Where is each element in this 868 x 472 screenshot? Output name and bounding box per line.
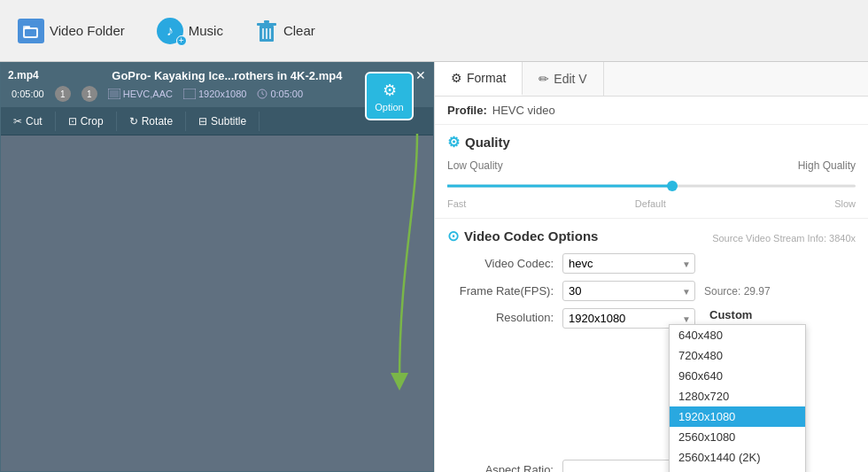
video-codec-label: Video Codec: — [447, 257, 562, 270]
clear-label: Clear — [283, 23, 315, 38]
codec-info: HEVC,AAC — [108, 89, 173, 99]
tab-format[interactable]: ⚙ Format — [435, 62, 523, 96]
music-label: Music — [189, 23, 223, 38]
svg-rect-5 — [264, 20, 269, 23]
right-panel: ⚙ Format ✏ Edit V Profile: HEVC video ⚙ … — [434, 62, 868, 472]
badge-1: 1 — [55, 86, 71, 102]
resolution-select-container: 1920x1080 ▼ 640x480 720x480 960x640 1280… — [562, 308, 695, 329]
aspect-ratio-label: Aspect Ratio: — [447, 463, 562, 472]
gear-icon: ⚙ — [383, 81, 397, 100]
frame-rate-label: Frame Rate(FPS): — [447, 284, 562, 298]
duration-info: 0:05:00 — [257, 89, 303, 99]
svg-rect-2 — [25, 29, 36, 36]
dropdown-item-3840x2160[interactable]: 3840x2160 (4K) — [670, 468, 805, 472]
video-codec-select-wrapper: hevc ▼ — [562, 253, 695, 274]
video-codec-select[interactable]: hevc — [562, 253, 695, 274]
svg-rect-10 — [110, 90, 119, 97]
edit-tab-label: Edit V — [554, 72, 586, 86]
default-label: Default — [635, 198, 666, 209]
frame-rate-source: Source: 29.97 — [704, 285, 771, 298]
speed-labels: Fast Default Slow — [447, 198, 856, 209]
tab-edit[interactable]: ✏ Edit V — [523, 62, 603, 96]
video-folder-label: Video Folder — [50, 23, 125, 38]
subtitle-button[interactable]: ⊟ Subtitle — [186, 112, 260, 131]
frame-rate-row: Frame Rate(FPS): 30 ▼ Source: 29.97 — [447, 281, 856, 301]
profile-row: Profile: HEVC video — [435, 97, 868, 125]
video-codec-icon: ⊙ — [447, 228, 459, 244]
left-panel: 2.mp4 GoPro- Kayaking Ice...rothers in 4… — [0, 62, 434, 472]
video-folder-icon — [18, 19, 44, 43]
dropdown-item-2560x1080[interactable]: 2560x1080 — [670, 427, 805, 447]
dropdown-item-720x480[interactable]: 720x480 — [670, 345, 805, 366]
video-filename: 2.mp4 — [8, 69, 39, 81]
dropdown-item-640x480[interactable]: 640x480 — [670, 325, 805, 345]
svg-rect-11 — [183, 89, 196, 99]
cut-button[interactable]: ✂ Cut — [1, 112, 56, 131]
badge-2: 1 — [81, 86, 97, 102]
profile-label: Profile: — [447, 104, 487, 117]
frame-rate-select-wrapper: 30 ▼ — [562, 281, 695, 301]
frame-rate-select[interactable]: 30 — [562, 281, 695, 301]
video-codec-row: Video Codec: hevc ▼ — [447, 253, 856, 274]
crop-icon: ⊡ — [68, 115, 77, 128]
format-tab-label: Format — [467, 71, 506, 85]
dropdown-item-2560x1440[interactable]: 2560x1440 (2K) — [670, 447, 805, 468]
resolution-row: Resolution: 1920x1080 ▼ 640x480 720x480 … — [447, 308, 856, 336]
option-label: Option — [375, 102, 403, 112]
music-icon: ♪ + — [157, 18, 183, 44]
crop-button[interactable]: ⊡ Crop — [56, 112, 117, 131]
custom-label: Custom — [709, 308, 794, 321]
dropdown-item-1920x1080[interactable]: 1920x1080 — [670, 406, 805, 427]
main-area: 2.mp4 GoPro- Kayaking Ice...rothers in 4… — [0, 62, 868, 472]
toolbar: Video Folder ♪ + Music Clear — [0, 0, 868, 62]
video-codec-title: ⊙ Video Codec Options — [447, 228, 598, 244]
video-codec-section: ⊙ Video Codec Options Source Video Strea… — [435, 219, 868, 472]
resolution-label: Resolution: — [447, 308, 562, 324]
low-quality-label: Low Quality — [447, 159, 503, 172]
profile-value: HEVC video — [492, 104, 555, 117]
quality-title: ⚙ Quality — [447, 134, 856, 151]
video-folder-button[interactable]: Video Folder — [11, 15, 132, 47]
music-button[interactable]: ♪ + Music — [150, 14, 230, 48]
svg-line-14 — [262, 94, 264, 95]
video-preview — [1, 135, 433, 471]
rotate-icon: ↻ — [129, 115, 138, 128]
close-button[interactable]: ✕ — [415, 68, 426, 82]
resolution-info: 1920x1080 — [183, 89, 246, 99]
source-stream-info: Source Video Stream Info: 3840x — [712, 233, 856, 244]
format-tab-icon: ⚙ — [451, 71, 462, 85]
quality-section: ⚙ Quality Low Quality High Quality Fast … — [435, 125, 868, 219]
edit-tab-icon: ✏ — [539, 72, 549, 86]
svg-rect-4 — [257, 23, 276, 26]
quality-icon: ⚙ — [447, 134, 460, 151]
option-button[interactable]: ⚙ Option — [365, 72, 414, 120]
right-tabs: ⚙ Format ✏ Edit V — [435, 62, 868, 97]
quality-slider[interactable] — [447, 177, 856, 195]
time-start: 0:05:00 — [12, 89, 44, 99]
video-item: 2.mp4 GoPro- Kayaking Ice...rothers in 4… — [1, 63, 433, 108]
cut-icon: ✂ — [13, 115, 22, 128]
slider-thumb[interactable] — [667, 181, 678, 191]
slider-fill — [447, 185, 672, 188]
arrow-indicator — [391, 134, 444, 403]
subtitle-icon: ⊟ — [198, 115, 207, 128]
fast-label: Fast — [447, 198, 466, 209]
high-quality-label: High Quality — [798, 159, 856, 172]
slow-label: Slow — [834, 198, 856, 209]
clear-button[interactable]: Clear — [248, 15, 322, 47]
dropdown-item-1280x720[interactable]: 1280x720 — [670, 386, 805, 406]
video-title: GoPro- Kayaking Ice...rothers in 4K-2.mp… — [46, 69, 408, 82]
dropdown-item-960x640[interactable]: 960x640 — [670, 366, 805, 386]
clear-icon — [255, 19, 278, 43]
rotate-button[interactable]: ↻ Rotate — [117, 112, 186, 131]
resolution-dropdown[interactable]: 640x480 720x480 960x640 1280x720 1920x10… — [669, 324, 806, 472]
